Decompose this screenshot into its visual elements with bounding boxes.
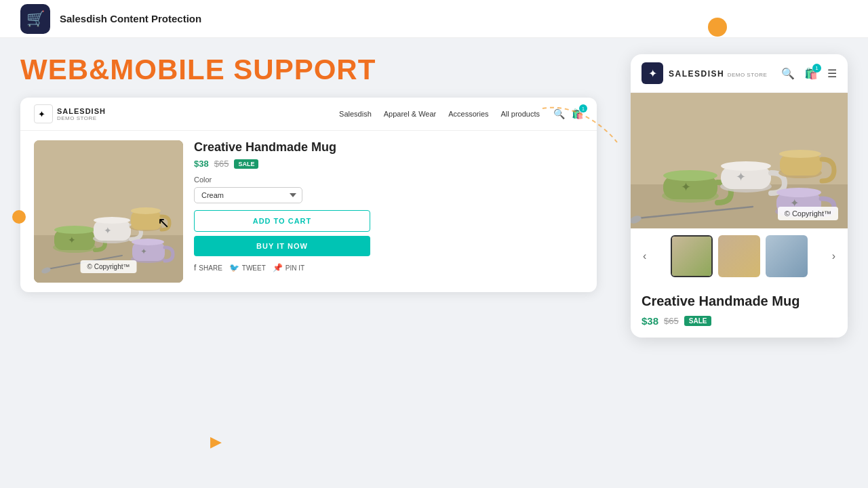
pinterest-pin-button[interactable]: 📌 PIN IT bbox=[273, 263, 304, 272]
main-area: WEB&MOBILE SUPPORT ✦ SALESDISH DEMO STOR… bbox=[0, 38, 868, 488]
mobile-copyright-overlay: © Copyright™ bbox=[778, 207, 838, 220]
mobile-product-title: Creative Handmade Mug bbox=[642, 292, 837, 310]
cart-icon[interactable]: 🛍️ 1 bbox=[572, 108, 583, 119]
right-section: ✦ SALESDISH DEMO STORE 🔍 🛍️ 1 ☰ bbox=[617, 54, 848, 338]
product-title: Creative Handmade Mug bbox=[194, 140, 583, 155]
price-new: $38 bbox=[194, 159, 209, 169]
svg-point-9 bbox=[94, 217, 130, 224]
svg-point-13 bbox=[131, 207, 161, 214]
mobile-logo: ✦ SALESDISH DEMO STORE bbox=[642, 62, 781, 84]
pinterest-icon: 📌 bbox=[273, 263, 283, 272]
svg-text:✦: ✦ bbox=[681, 180, 691, 194]
thumbnail-3[interactable] bbox=[766, 235, 808, 277]
mobile-price-new: $38 bbox=[642, 315, 658, 327]
thumb-img-2 bbox=[718, 235, 760, 277]
price-row: $38 $65 SALE bbox=[194, 159, 583, 169]
price-old: $65 bbox=[214, 159, 229, 169]
mobile-logo-icon: ✦ bbox=[642, 62, 663, 84]
store-nav: ✦ SALESDISH DEMO STORE Salesdish Apparel… bbox=[20, 98, 597, 131]
svg-point-28 bbox=[721, 161, 771, 171]
tweet-label: TWEET bbox=[242, 264, 266, 272]
product-info: Creative Handmade Mug $38 $65 SALE Color… bbox=[194, 140, 583, 283]
product-image-wrapper: ✦ ✦ bbox=[34, 140, 183, 283]
svg-point-5 bbox=[54, 226, 95, 234]
left-section: WEB&MOBILE SUPPORT ✦ SALESDISH DEMO STOR… bbox=[20, 54, 597, 292]
buy-now-button[interactable]: BUY IT NOW bbox=[194, 236, 370, 256]
mobile-product-info: Creative Handmade Mug $38 $65 SALE bbox=[631, 284, 848, 338]
svg-text:✦: ✦ bbox=[736, 170, 746, 184]
color-label: Color bbox=[194, 176, 583, 184]
mobile-logo-text: SALESDISH DEMO STORE bbox=[669, 67, 767, 79]
facebook-share-button[interactable]: f SHARE bbox=[194, 263, 222, 272]
share-label: SHARE bbox=[199, 264, 222, 272]
svg-point-32 bbox=[779, 150, 821, 158]
store-logo: ✦ SALESDISH DEMO STORE bbox=[34, 104, 106, 123]
svg-text:✦: ✦ bbox=[140, 247, 147, 256]
nav-icons: 🔍 🛍️ 1 bbox=[553, 108, 583, 119]
deco-circle-1 bbox=[708, 18, 727, 37]
thumb-img-1 bbox=[672, 237, 711, 276]
thumb-img-3 bbox=[766, 235, 808, 277]
store-logo-icon: ✦ bbox=[34, 104, 53, 123]
store-logo-text: SALESDISH DEMO STORE bbox=[57, 107, 106, 121]
desktop-copyright-overlay: © Copyright™ bbox=[81, 260, 137, 273]
store-brand: SALESDISH bbox=[57, 107, 106, 115]
mobile-sub: DEMO STORE bbox=[728, 72, 768, 78]
twitter-tweet-button[interactable]: 🐦 TWEET bbox=[229, 263, 266, 272]
thumbnail-2[interactable] bbox=[718, 235, 760, 277]
svg-text:✦: ✦ bbox=[104, 225, 112, 236]
thumbnail-1[interactable] bbox=[671, 235, 713, 277]
svg-point-37 bbox=[776, 188, 821, 197]
mobile-cart-icon[interactable]: 🛍️ 1 bbox=[804, 67, 818, 80]
color-select[interactable]: Cream White Green bbox=[194, 187, 302, 203]
next-thumb-button[interactable]: › bbox=[829, 247, 838, 265]
store-sub: DEMO STORE bbox=[57, 115, 106, 121]
nav-salesdish[interactable]: Salesdish bbox=[339, 110, 372, 118]
svg-text:✦: ✦ bbox=[38, 109, 45, 119]
top-header: 🛒 Salesdish Content Protection bbox=[0, 0, 868, 38]
nav-links: Salesdish Apparel & Wear Accessories All… bbox=[339, 110, 540, 118]
mobile-price-row: $38 $65 SALE bbox=[642, 315, 837, 327]
mobile-product-image: ✦ ✦ bbox=[631, 93, 848, 228]
headline: WEB&MOBILE SUPPORT bbox=[20, 54, 597, 85]
app-icon-emoji: 🛒 bbox=[26, 10, 45, 28]
app-title: Salesdish Content Protection bbox=[60, 13, 201, 24]
mobile-price-old: $65 bbox=[664, 316, 679, 326]
mobile-sale-badge: SALE bbox=[684, 316, 712, 326]
cursor-icon: ↖ bbox=[157, 214, 170, 232]
thumb-container bbox=[654, 235, 823, 277]
nav-apparel[interactable]: Apparel & Wear bbox=[384, 110, 436, 118]
deco-dot bbox=[12, 210, 26, 224]
pin-label: PIN IT bbox=[285, 264, 304, 272]
svg-point-24 bbox=[663, 170, 717, 181]
social-row: f SHARE 🐦 TWEET 📌 PIN IT bbox=[194, 263, 583, 272]
twitter-icon: 🐦 bbox=[229, 263, 239, 272]
svg-point-18 bbox=[132, 239, 164, 245]
facebook-icon: f bbox=[194, 263, 196, 272]
search-icon[interactable]: 🔍 bbox=[553, 108, 565, 119]
app-icon: 🛒 bbox=[20, 4, 50, 34]
mobile-search-icon[interactable]: 🔍 bbox=[781, 67, 795, 80]
mobile-thumbnails: ‹ › bbox=[631, 228, 848, 284]
mobile-nav: ✦ SALESDISH DEMO STORE 🔍 🛍️ 1 ☰ bbox=[631, 54, 848, 93]
mobile-cart-badge: 1 bbox=[812, 64, 821, 73]
mobile-nav-icons: 🔍 🛍️ 1 ☰ bbox=[781, 67, 837, 80]
svg-text:✦: ✦ bbox=[68, 235, 76, 245]
mobile-brand: SALESDISH bbox=[669, 69, 724, 79]
mobile-card: ✦ SALESDISH DEMO STORE 🔍 🛍️ 1 ☰ bbox=[631, 54, 848, 338]
nav-all-products[interactable]: All products bbox=[501, 110, 540, 118]
nav-accessories[interactable]: Accessories bbox=[448, 110, 488, 118]
product-section: ✦ ✦ bbox=[20, 131, 597, 292]
add-to-cart-button[interactable]: ADD TO CART bbox=[194, 210, 370, 232]
desktop-card: ✦ SALESDISH DEMO STORE Salesdish Apparel… bbox=[20, 98, 597, 292]
mobile-menu-icon[interactable]: ☰ bbox=[827, 67, 837, 80]
prev-thumb-button[interactable]: ‹ bbox=[640, 247, 649, 265]
sale-badge: SALE bbox=[234, 159, 258, 169]
cart-badge: 1 bbox=[579, 104, 587, 113]
